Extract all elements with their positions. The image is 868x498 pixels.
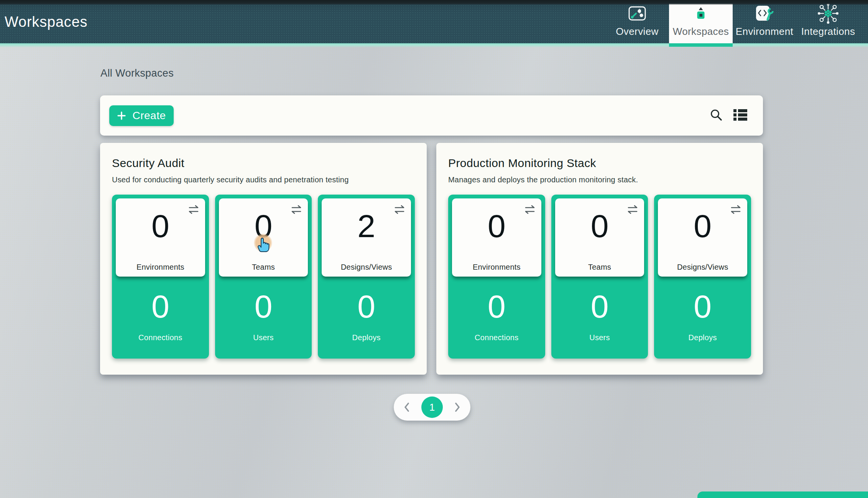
stat-label: Users bbox=[589, 333, 610, 342]
stat-columns: 0 Environments 0 Connections 0 Teams 0 U… bbox=[448, 195, 751, 359]
workspace-title: Security Audit bbox=[112, 157, 415, 170]
stat-value: 2 bbox=[357, 208, 375, 244]
stat-tile-environments[interactable]: 0 Environments bbox=[452, 198, 541, 277]
integrations-icon bbox=[817, 3, 839, 23]
nav-label: Overview bbox=[616, 26, 659, 38]
main-nav: Overview Workspaces Environment Integrat… bbox=[605, 0, 860, 43]
swap-arrows-icon[interactable] bbox=[290, 205, 302, 216]
pagination: 1 bbox=[394, 394, 470, 421]
swap-arrows-icon[interactable] bbox=[626, 205, 639, 216]
chevron-right-icon[interactable] bbox=[454, 402, 460, 413]
swap-arrows-icon[interactable] bbox=[730, 205, 742, 216]
workspace-cards-row: Security Audit Used for conducting quart… bbox=[100, 143, 763, 375]
plus-icon bbox=[117, 111, 126, 120]
swap-arrows-icon[interactable] bbox=[524, 205, 536, 216]
stat-column-designs: 2 Designs/Views 0 Deploys bbox=[318, 195, 415, 359]
stat-value: 0 bbox=[694, 289, 712, 324]
stat-value: 0 bbox=[151, 208, 169, 244]
stat-label: Connections bbox=[138, 333, 182, 342]
stat-tile-users: 0 Users bbox=[215, 277, 312, 359]
workspaces-toolbar: Create bbox=[100, 95, 763, 136]
stat-tile-connections: 0 Connections bbox=[448, 277, 545, 359]
stat-value: 0 bbox=[488, 289, 506, 324]
stat-label: Deploys bbox=[689, 333, 717, 342]
nav-item-integrations[interactable]: Integrations bbox=[796, 0, 860, 43]
stat-column-designs: 0 Designs/Views 0 Deploys bbox=[654, 195, 751, 359]
stat-value: 0 bbox=[151, 289, 169, 324]
stat-label: Connections bbox=[475, 333, 518, 342]
stat-label: Deploys bbox=[352, 333, 381, 342]
nav-label: Environment bbox=[736, 26, 793, 38]
stat-tile-designs-views[interactable]: 0 Designs/Views bbox=[658, 198, 747, 277]
stat-tile-users: 0 Users bbox=[551, 277, 648, 359]
stat-value: 0 bbox=[694, 208, 712, 244]
workspace-card-production-monitoring[interactable]: Production Monitoring Stack Manages and … bbox=[436, 143, 763, 375]
header-accent-strip bbox=[0, 43, 868, 48]
stat-value: 0 bbox=[255, 289, 273, 324]
stat-tile-designs-views[interactable]: 2 Designs/Views bbox=[322, 198, 411, 277]
stat-column-environments: 0 Environments 0 Connections bbox=[448, 195, 545, 359]
stat-label: Designs/Views bbox=[322, 263, 411, 272]
stat-column-teams: 0 Teams 0 Users bbox=[215, 195, 312, 359]
stat-value: 0 bbox=[591, 289, 609, 324]
workspace-card-security-audit[interactable]: Security Audit Used for conducting quart… bbox=[100, 143, 427, 375]
list-view-icon[interactable] bbox=[733, 109, 747, 122]
app-header: Workspaces Overview Workspaces Environme… bbox=[0, 0, 868, 43]
page-title: Workspaces bbox=[5, 14, 87, 30]
page-number-button[interactable]: 1 bbox=[421, 396, 443, 418]
stat-tile-environments[interactable]: 0 Environments bbox=[116, 198, 205, 277]
stat-label: Environments bbox=[116, 263, 205, 272]
nav-item-environment[interactable]: Environment bbox=[733, 0, 796, 43]
stat-value: 0 bbox=[357, 289, 375, 324]
stat-label: Environments bbox=[452, 263, 541, 272]
nav-label: Integrations bbox=[801, 26, 855, 38]
chevron-left-icon[interactable] bbox=[404, 402, 410, 413]
search-icon[interactable] bbox=[710, 108, 723, 123]
swap-arrows-icon[interactable] bbox=[393, 205, 406, 216]
workspace-description: Manages and deploys the production monit… bbox=[448, 175, 751, 184]
stat-label: Users bbox=[253, 333, 274, 342]
stat-tile-deploys: 0 Deploys bbox=[318, 277, 415, 359]
active-tab-underline bbox=[669, 43, 733, 47]
stat-column-environments: 0 Environments 0 Connections bbox=[112, 195, 209, 359]
stat-value: 0 bbox=[488, 208, 506, 244]
workspaces-icon bbox=[696, 3, 706, 23]
nav-item-workspaces[interactable]: Workspaces bbox=[669, 0, 733, 43]
stat-tile-connections: 0 Connections bbox=[112, 277, 209, 359]
stat-label: Designs/Views bbox=[658, 263, 747, 272]
nav-label: Workspaces bbox=[673, 26, 729, 38]
stat-tile-teams[interactable]: 0 Teams bbox=[555, 198, 644, 277]
workspace-title: Production Monitoring Stack bbox=[448, 157, 751, 170]
stat-value: 0 bbox=[255, 208, 273, 244]
stat-columns: 0 Environments 0 Connections 0 Teams 0 U… bbox=[112, 195, 415, 359]
stat-label: Teams bbox=[555, 263, 644, 272]
stat-tile-deploys: 0 Deploys bbox=[654, 277, 751, 359]
create-button-label: Create bbox=[132, 110, 166, 122]
stat-column-teams: 0 Teams 0 Users bbox=[551, 195, 648, 359]
overview-icon bbox=[628, 3, 646, 23]
nav-item-overview[interactable]: Overview bbox=[605, 0, 669, 43]
swap-arrows-icon[interactable] bbox=[187, 205, 200, 216]
environment-icon bbox=[755, 3, 774, 23]
stat-label: Teams bbox=[219, 263, 308, 272]
create-button[interactable]: Create bbox=[109, 105, 174, 126]
stat-value: 0 bbox=[591, 208, 609, 244]
stat-tile-teams[interactable]: 0 Teams bbox=[219, 198, 308, 277]
section-title: All Workspaces bbox=[100, 67, 174, 79]
toast-peek[interactable] bbox=[697, 491, 868, 498]
window-top-strip bbox=[0, 0, 868, 5]
workspace-description: Used for conducting quarterly security a… bbox=[112, 175, 415, 184]
